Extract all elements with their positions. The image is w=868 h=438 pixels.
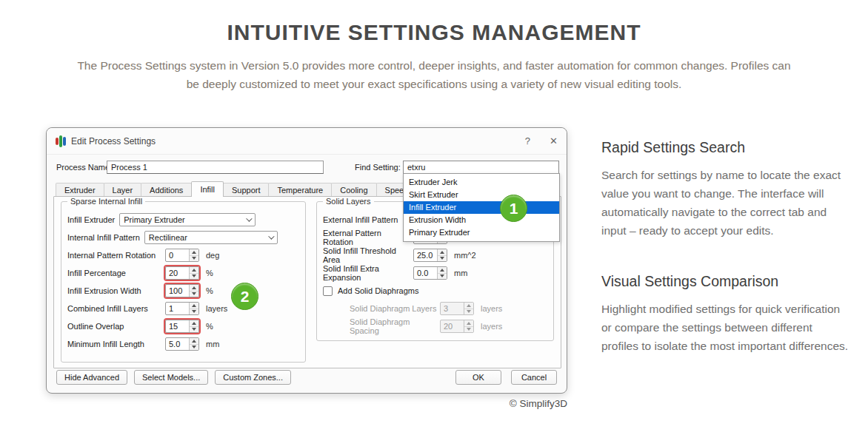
solid-infill-extra-expansion-row: Solid Infill Extra Expansion 0.0 mm (323, 266, 547, 280)
solid-diaphragm-layers-spinner: 3 (440, 302, 474, 315)
process-name-label: Process Name (56, 163, 110, 172)
internal-infill-pattern-value: Rectilinear (149, 233, 187, 242)
outline-overlap-spinner[interactable]: 15 (165, 320, 199, 333)
dialog-header-row: Process Name Process 1 Find Setting: etx… (47, 161, 567, 174)
spinner-arrows[interactable] (189, 267, 198, 279)
minimum-infill-length-label: Minimum Infill Length (67, 340, 165, 348)
dialog-footer: Hide Advanced Select Models... Custom Zo… (56, 370, 557, 385)
infill-extrusion-width-spinner[interactable]: 100 (165, 284, 199, 297)
solid-infill-extra-expansion-spinner[interactable]: 0.0 (413, 266, 447, 280)
internal-pattern-rotation-spinner[interactable]: 0 (165, 249, 199, 262)
copyright-caption: © Simplify3D (46, 398, 567, 409)
unit-label: layers (481, 304, 502, 313)
visual-settings-comparison-section: Visual Settings Comparison Highlight mod… (601, 273, 850, 355)
infill-extruder-row: Infill Extruder Primary Extruder (67, 213, 299, 226)
tab-cooling[interactable]: Cooling (331, 183, 376, 197)
cancel-button[interactable]: Cancel (511, 370, 557, 385)
unit-label: % (206, 322, 213, 331)
chevron-down-icon (268, 233, 274, 239)
spinner-value: 20 (166, 267, 189, 279)
dialog-title: Edit Process Settings (71, 136, 156, 146)
select-models-button[interactable]: Select Models... (134, 370, 208, 385)
solid-group-title: Solid Layers (323, 197, 374, 206)
sparse-internal-infill-group: Sparse Internal Infill Infill Extruder P… (61, 201, 306, 363)
outline-overlap-label: Outline Overlap (67, 322, 165, 331)
unit-label: layers (481, 322, 502, 331)
edit-process-settings-dialog: Edit Process Settings ? ✕ Process Name P… (46, 127, 567, 394)
section-body: Highlight modified settings for quick ve… (601, 300, 850, 355)
result-item-extruder-jerk[interactable]: Extruder Jerk (404, 176, 559, 189)
settings-tabbar: Extruder Layer Additions Infill Support … (56, 181, 421, 197)
spinner-arrows[interactable] (189, 320, 198, 332)
spinner-value: 100 (166, 285, 189, 297)
infill-percentage-spinner[interactable]: 20 (165, 266, 199, 280)
combined-infill-layers-spinner[interactable]: 1 (165, 302, 199, 315)
infill-extruder-value: Primary Extruder (124, 215, 185, 224)
find-setting-input[interactable]: etxru (403, 161, 559, 174)
page-title: INTUITIVE SETTINGS MANAGEMENT (0, 20, 868, 45)
solid-infill-threshold-area-spinner[interactable]: 25.0 (413, 249, 447, 262)
combined-infill-layers-label: Combined Infill Layers (67, 304, 165, 313)
infill-extrusion-width-row: Infill Extrusion Width 100 % (67, 284, 299, 297)
spinner-arrows[interactable] (437, 249, 447, 261)
sparse-group-title: Sparse Internal Infill (67, 197, 145, 206)
minimum-infill-length-spinner[interactable]: 5.0 (165, 337, 199, 351)
solid-diaphragm-layers-row: Solid Diaphragm Layers 3 layers (323, 302, 547, 315)
tab-infill[interactable]: Infill (191, 181, 224, 197)
spinner-arrows[interactable] (437, 267, 447, 279)
tab-additions[interactable]: Additions (141, 183, 192, 197)
solid-diaphragm-spacing-label: Solid Diaphragm Spacing (350, 317, 440, 335)
infill-extrusion-width-label: Infill Extrusion Width (67, 286, 165, 295)
spinner-value: 15 (166, 320, 189, 332)
tab-layer[interactable]: Layer (104, 183, 142, 197)
add-solid-diaphragms-label: Add Solid Diaphragms (338, 286, 418, 295)
external-pattern-rotation-label: External Pattern Rotation (323, 229, 413, 246)
internal-infill-pattern-row: Internal Infill Pattern Rectilinear (67, 231, 299, 244)
page-subtitle: The Process Settings system in Version 5… (0, 56, 868, 93)
find-setting-results-dropdown: Extruder Jerk Skirt Extruder Infill Extr… (403, 173, 560, 242)
infill-percentage-label: Infill Percentage (67, 269, 165, 277)
section-body: Search for settings by name to locate th… (601, 166, 850, 240)
solid-diaphragm-spacing-spinner: 20 (440, 320, 474, 333)
section-heading: Visual Settings Comparison (601, 273, 850, 290)
spinner-arrows[interactable] (189, 285, 198, 297)
add-solid-diaphragms-row: Add Solid Diaphragms (323, 284, 547, 297)
spinner-value: 20 (441, 320, 464, 332)
dialog-titlebar: Edit Process Settings ? ✕ (47, 128, 567, 155)
spinner-value: 1 (166, 303, 189, 314)
minimum-infill-length-row: Minimum Infill Length 5.0 mm (67, 337, 299, 351)
callout-badge-1: 1 (500, 195, 527, 222)
tab-support[interactable]: Support (223, 183, 270, 197)
spinner-arrows (464, 303, 473, 314)
add-solid-diaphragms-checkbox[interactable] (323, 286, 333, 296)
internal-infill-pattern-combobox[interactable]: Rectilinear (144, 231, 278, 244)
unit-label: % (206, 286, 213, 295)
result-item-extrusion-width[interactable]: Extrusion Width (404, 214, 559, 226)
spinner-arrows[interactable] (189, 338, 198, 350)
unit-label: mm^2 (454, 251, 476, 260)
spinner-value: 25.0 (414, 249, 437, 261)
infill-extruder-label: Infill Extruder (67, 215, 115, 224)
spinner-arrows[interactable] (189, 303, 198, 314)
spinner-value: 0 (166, 249, 189, 261)
tab-temperature[interactable]: Temperature (268, 183, 332, 197)
external-infill-pattern-label: External Infill Pattern (323, 215, 398, 224)
simplify3d-logo-icon (56, 135, 66, 147)
feature-sections: Rapid Settings Search Search for setting… (601, 139, 850, 355)
rapid-settings-search-section: Rapid Settings Search Search for setting… (601, 139, 850, 240)
spinner-value: 0.0 (414, 267, 437, 279)
result-item-infill-extruder[interactable]: Infill Extruder (404, 201, 559, 214)
tab-extruder[interactable]: Extruder (56, 183, 104, 197)
process-name-input[interactable]: Process 1 (107, 161, 324, 174)
result-item-primary-extruder[interactable]: Primary Extruder (404, 226, 559, 239)
result-item-skirt-extruder[interactable]: Skirt Extruder (404, 189, 559, 201)
solid-diaphragm-layers-label: Solid Diaphragm Layers (350, 304, 440, 313)
infill-extruder-combobox[interactable]: Primary Extruder (119, 213, 256, 226)
ok-button[interactable]: OK (455, 370, 501, 385)
custom-zones-button[interactable]: Custom Zones... (215, 370, 291, 385)
close-icon[interactable]: ✕ (550, 135, 558, 146)
hide-advanced-button[interactable]: Hide Advanced (56, 370, 127, 385)
help-icon[interactable]: ? (525, 135, 530, 146)
outline-overlap-row: Outline Overlap 15 % (67, 320, 299, 333)
spinner-arrows[interactable] (189, 249, 198, 261)
